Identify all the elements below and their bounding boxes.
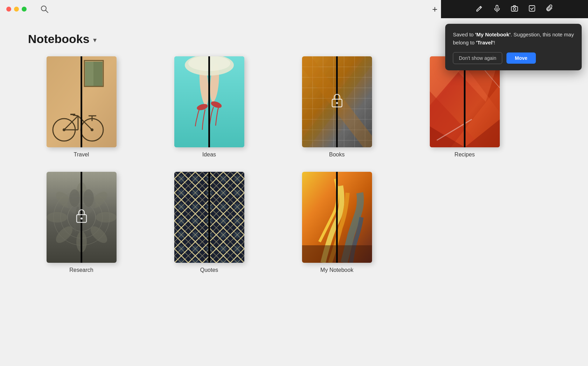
main-content: Notebooks ▾	[0, 18, 588, 366]
notebook-item-research[interactable]: Research	[28, 172, 135, 273]
svg-rect-89	[174, 172, 244, 263]
notebooks-dropdown-arrow[interactable]: ▾	[93, 36, 97, 44]
title-bar: +	[0, 0, 588, 18]
svg-point-5	[513, 8, 516, 10]
svg-point-55	[336, 102, 338, 104]
svg-point-74	[76, 231, 87, 252]
notebook-cover-mynotebook	[302, 172, 372, 263]
toast-suggestion: 'Travel'	[476, 40, 494, 45]
toast-notification: Saved to 'My Notebook'. Suggestion, this…	[445, 24, 582, 70]
notebook-label-ideas: Ideas	[202, 152, 216, 158]
checkbox-icon[interactable]	[528, 5, 536, 14]
svg-rect-6	[529, 6, 535, 11]
search-icon-wrap[interactable]	[41, 5, 48, 13]
svg-rect-4	[511, 7, 518, 11]
svg-point-32	[188, 56, 230, 71]
notebook-item-ideas[interactable]: Ideas	[156, 56, 262, 158]
dont-show-again-button[interactable]: Don't show again	[453, 52, 502, 64]
notebook-label-recipes: Recipes	[455, 152, 475, 158]
window-controls	[6, 7, 27, 12]
notebook-item-travel[interactable]: Travel	[28, 56, 135, 158]
notebook-label-research: Research	[69, 267, 93, 273]
notebook-label-travel: Travel	[74, 152, 89, 158]
notebook-label-books: Books	[329, 152, 344, 158]
notebook-label-quotes: Quotes	[200, 267, 218, 273]
toolbar-right	[441, 0, 588, 18]
svg-rect-11	[85, 62, 93, 86]
svg-point-79	[69, 189, 80, 207]
notebooks-grid: Travel	[28, 56, 518, 273]
notebook-cover-quotes	[174, 172, 244, 263]
edit-icon[interactable]	[476, 5, 483, 14]
paperclip-icon[interactable]	[546, 5, 553, 14]
toast-actions: Don't show again Move	[453, 52, 574, 64]
notebook-item-mynotebook[interactable]: My Notebook	[284, 172, 390, 273]
svg-line-1	[46, 10, 48, 13]
notebook-cover-books	[302, 56, 372, 147]
svg-rect-2	[496, 5, 498, 9]
toast-message: Saved to 'My Notebook'. Suggestion, this…	[453, 31, 574, 47]
move-button[interactable]: Move	[506, 52, 536, 64]
notebook-item-quotes[interactable]: Quotes	[156, 172, 262, 273]
svg-rect-26	[80, 56, 82, 147]
svg-rect-9	[47, 56, 117, 147]
svg-rect-35	[208, 56, 210, 147]
notebook-item-books[interactable]: Books	[284, 56, 390, 158]
notebook-cover-research	[47, 172, 117, 263]
svg-rect-12	[93, 62, 103, 86]
search-icon	[41, 5, 48, 13]
mic-icon[interactable]	[493, 5, 501, 14]
toast-saved-to: 'My Notebook'	[475, 31, 510, 37]
svg-rect-28	[174, 56, 244, 147]
svg-line-24	[73, 115, 78, 116]
notebook-item-recipes[interactable]: Recipes	[411, 56, 518, 158]
notebook-cover-ideas	[174, 56, 244, 147]
svg-rect-92	[302, 245, 372, 263]
maximize-button[interactable]	[22, 7, 27, 12]
page-title: Notebooks	[28, 32, 90, 46]
lock-icon-research	[75, 209, 88, 226]
svg-rect-93	[336, 172, 338, 263]
camera-icon[interactable]	[511, 5, 518, 14]
svg-point-72	[96, 212, 117, 223]
notebook-label-mynotebook: My Notebook	[320, 267, 353, 273]
svg-rect-90	[208, 172, 210, 263]
svg-point-76	[47, 212, 68, 223]
close-button[interactable]	[6, 7, 11, 12]
svg-point-83	[80, 218, 83, 220]
svg-point-80	[83, 189, 94, 207]
add-button[interactable]: +	[432, 5, 438, 14]
notebook-cover-travel	[47, 56, 117, 147]
minimize-button[interactable]	[14, 7, 19, 12]
lock-icon-books	[331, 93, 343, 111]
